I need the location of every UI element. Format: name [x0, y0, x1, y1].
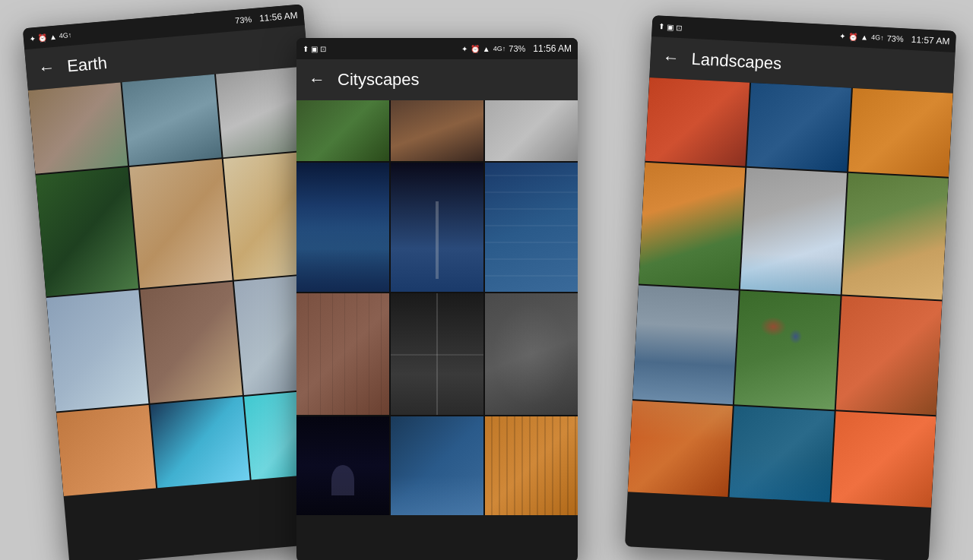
city-photo-6[interactable] [485, 163, 578, 292]
city-photo-7[interactable] [296, 293, 389, 415]
gallery-icon-land: ▣ [667, 22, 674, 30]
land-photo-11[interactable] [730, 406, 835, 502]
cityscapes-title: Cityscapes [338, 70, 420, 90]
bluetooth-icon: ✦ [29, 34, 36, 43]
land-photo-1[interactable] [645, 78, 750, 166]
alarm-city: ⏰ [471, 45, 480, 53]
app-bar-cityscapes: ← Cityscapes [296, 59, 578, 100]
back-button-landscapes[interactable]: ← [662, 48, 680, 68]
wifi-city: ▲ [483, 45, 490, 53]
back-button-cityscapes[interactable]: ← [309, 70, 325, 90]
city-photo-5[interactable] [391, 163, 483, 292]
battery-pct-city: 73% [509, 44, 525, 53]
status-bar-cityscapes: ⬆ ▣ ⊡ ✦ ⏰ ▲ 4G↑ 73% 11:56 AM [296, 38, 578, 59]
battery-pct-land: 73% [886, 33, 904, 43]
land-photo-3[interactable] [848, 88, 953, 177]
land-photo-4[interactable] [639, 163, 745, 289]
land-photo-10[interactable] [628, 400, 733, 497]
earth-title: Earth [66, 53, 108, 76]
city-photo-8[interactable] [391, 293, 483, 415]
city-photo-2[interactable] [391, 100, 483, 161]
land-photo-8[interactable] [734, 291, 841, 410]
battery-pct-earth: 73% [235, 14, 252, 25]
upload-icon-city: ⬆ [303, 45, 309, 53]
signal-land: 4G↑ [871, 33, 884, 42]
landscapes-phone: ⬆ ▣ ⊡ ✦ ⏰ ▲ 4G↑ 73% 11:57 AM ← Landscape… [625, 15, 956, 560]
city-photo-1[interactable] [296, 100, 389, 161]
city-photo-11[interactable] [391, 416, 483, 515]
wifi-icon: ▲ [49, 32, 57, 41]
city-photo-3[interactable] [485, 100, 578, 161]
earth-photo-5[interactable] [129, 159, 232, 288]
time-earth: 11:56 AM [258, 10, 298, 24]
upload-icon-land: ⬆ [658, 22, 665, 30]
cityscapes-phone: ⬆ ▣ ⊡ ✦ ⏰ ▲ 4G↑ 73% 11:56 AM ← Cityscape… [296, 38, 578, 560]
wifi-land: ▲ [860, 33, 868, 42]
back-button-earth[interactable]: ← [37, 58, 55, 79]
earth-photo-11[interactable] [151, 397, 250, 488]
signal-city: 4G↑ [493, 45, 506, 52]
camera-icon-land: ⊡ [676, 23, 683, 31]
land-photo-6[interactable] [842, 173, 949, 300]
time-land: 11:57 AM [911, 34, 949, 47]
camera-icon-city: ⊡ [320, 45, 326, 53]
signal-icon: 4G↑ [59, 31, 71, 40]
bluetooth-land: ✦ [839, 31, 846, 40]
earth-photo-1[interactable] [28, 83, 128, 174]
city-photo-10[interactable] [296, 416, 389, 515]
city-photo-12[interactable] [485, 416, 578, 515]
earth-photo-2[interactable] [122, 74, 221, 166]
earth-photo-8[interactable] [140, 282, 242, 403]
land-photo-2[interactable] [746, 83, 851, 172]
landscapes-title: Landscapes [691, 49, 782, 74]
bluetooth-city: ✦ [461, 45, 467, 53]
land-photo-7[interactable] [632, 286, 739, 405]
earth-photo-10[interactable] [56, 405, 156, 496]
earth-photo-7[interactable] [46, 289, 149, 411]
land-photo-12[interactable] [831, 411, 936, 508]
time-city: 11:56 AM [533, 43, 572, 54]
alarm-land: ⏰ [848, 32, 858, 41]
land-photo-9[interactable] [836, 296, 943, 416]
alarm-icon: ⏰ [37, 33, 47, 42]
earth-photo-4[interactable] [36, 167, 138, 296]
gallery-icon-city: ▣ [311, 45, 318, 53]
land-photo-5[interactable] [740, 168, 847, 295]
city-photo-9[interactable] [485, 293, 578, 415]
city-photo-4[interactable] [296, 163, 389, 292]
